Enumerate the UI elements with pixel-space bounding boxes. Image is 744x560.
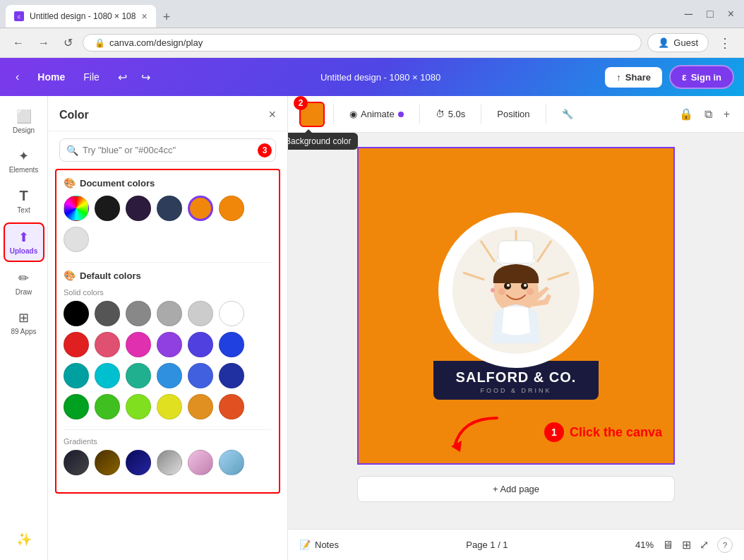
- background-color-tooltip: Background color: [288, 133, 358, 150]
- animate-icon: ◉: [349, 109, 357, 119]
- sidebar-item-magic[interactable]: ✨: [4, 526, 44, 553]
- color-panel-title: Color: [59, 109, 89, 121]
- animate-label: Animate: [361, 109, 395, 119]
- solid-swatch-6[interactable]: [219, 301, 244, 326]
- desktop-view-btn[interactable]: 🖥: [662, 539, 673, 552]
- solid-swatch-22[interactable]: [157, 394, 182, 419]
- address-input[interactable]: 🔒 canva.com/design/play: [83, 34, 642, 52]
- search-icon: 🔍: [66, 145, 78, 156]
- gradients-label: Gradients: [64, 437, 272, 446]
- active-tab[interactable]: c Untitled design - 1080 × 108 ×: [6, 5, 156, 28]
- gradient-swatch-3[interactable]: [126, 450, 151, 475]
- background-color-preview[interactable]: 2: [299, 102, 325, 127]
- color-search-input[interactable]: [59, 138, 276, 162]
- position-btn[interactable]: Position: [490, 105, 536, 124]
- gradient-swatch-1[interactable]: [64, 450, 89, 475]
- default-colors-title: 🎨 Default colors: [64, 270, 272, 281]
- notes-btn[interactable]: 📝 Notes: [299, 540, 339, 550]
- solid-swatch-24[interactable]: [219, 394, 244, 419]
- swatch-dark-blue[interactable]: [157, 196, 182, 221]
- solid-swatch-15[interactable]: [126, 363, 151, 388]
- sidebar-item-draw[interactable]: ✏ Draw: [4, 265, 44, 302]
- maximize-btn[interactable]: □: [702, 5, 718, 23]
- redo-btn[interactable]: ↪: [136, 66, 156, 88]
- undo-btn[interactable]: ↩: [112, 66, 133, 88]
- expand-btn[interactable]: ⤢: [700, 538, 709, 552]
- refresh-btn[interactable]: ↺: [59, 33, 77, 52]
- design-canvas[interactable]: SALFORD & CO. FOOD & DRINK 1 Click the c…: [357, 147, 675, 465]
- solid-swatch-5[interactable]: [188, 301, 213, 326]
- sidebar-item-elements[interactable]: ✦ Elements: [4, 143, 44, 179]
- lock-btn[interactable]: 🔒: [676, 105, 696, 124]
- swatch-light-grey[interactable]: [64, 227, 89, 252]
- swatch-black[interactable]: [95, 196, 120, 221]
- gradient-swatches: [64, 450, 272, 475]
- swatch-orange[interactable]: [219, 196, 244, 221]
- solid-swatch-23[interactable]: [188, 394, 213, 419]
- rainbow-swatch[interactable]: [64, 196, 89, 221]
- solid-swatch-10[interactable]: [157, 332, 182, 357]
- sidebar-label-draw: Draw: [16, 288, 32, 296]
- add-btn[interactable]: +: [721, 105, 733, 124]
- tab-close-btn[interactable]: ×: [141, 11, 147, 22]
- share-btn[interactable]: ↑ Share: [605, 67, 662, 88]
- browser-menu-btn[interactable]: ⋮: [714, 32, 736, 54]
- back-btn[interactable]: ←: [8, 34, 28, 52]
- solid-swatch-16[interactable]: [157, 363, 182, 388]
- solid-swatch-13[interactable]: [64, 363, 89, 388]
- solid-swatch-1[interactable]: [64, 301, 89, 326]
- canva-file-btn[interactable]: File: [78, 68, 105, 85]
- gradient-swatch-6[interactable]: [219, 450, 244, 475]
- solid-swatch-2[interactable]: [95, 301, 120, 326]
- new-tab-btn[interactable]: +: [157, 7, 176, 28]
- solid-swatch-21[interactable]: [126, 394, 151, 419]
- solid-swatch-3[interactable]: [126, 301, 151, 326]
- forward-btn[interactable]: →: [34, 34, 54, 52]
- sidebar-label-elements: Elements: [9, 166, 39, 174]
- sidebar-item-uploads[interactable]: ⬆ Uploads: [4, 222, 44, 262]
- guest-btn[interactable]: 👤 Guest: [647, 33, 709, 52]
- solid-swatch-20[interactable]: [95, 394, 120, 419]
- elements-icon: ✦: [18, 148, 29, 164]
- solid-swatch-14[interactable]: [95, 363, 120, 388]
- canva-back-btn[interactable]: ‹: [10, 68, 25, 86]
- browser-tabs: c Untitled design - 1080 × 108 × +: [6, 0, 176, 28]
- gradient-swatch-2[interactable]: [95, 450, 120, 475]
- canva-home-btn[interactable]: Home: [32, 68, 71, 85]
- solid-swatch-4[interactable]: [157, 301, 182, 326]
- sidebar-item-text[interactable]: T Text: [4, 182, 44, 220]
- grid-view-btn[interactable]: ⊞: [682, 538, 691, 552]
- gradient-swatch-5[interactable]: [188, 450, 213, 475]
- minimize-btn[interactable]: ─: [680, 5, 697, 23]
- annotation-badge-1: 1: [544, 422, 564, 442]
- document-icon: 🎨: [64, 177, 76, 189]
- solid-swatch-9[interactable]: [126, 332, 151, 357]
- svg-point-11: [507, 284, 510, 287]
- add-page-btn[interactable]: + Add page: [357, 476, 675, 502]
- timer-btn[interactable]: ⏱ 5.0s: [428, 105, 473, 124]
- color-panel-close-btn[interactable]: ×: [268, 107, 276, 122]
- solid-swatch-11[interactable]: [188, 332, 213, 357]
- annotation-arrow-1: [448, 411, 504, 456]
- solid-swatch-18[interactable]: [219, 363, 244, 388]
- gradient-swatch-4[interactable]: [157, 450, 182, 475]
- sidebar-item-apps[interactable]: ⊞ 89 Apps: [4, 304, 44, 341]
- sidebar-item-design[interactable]: ⬜ Design: [4, 103, 44, 140]
- swatch-dark-purple[interactable]: [126, 196, 151, 221]
- solid-swatch-7[interactable]: [64, 332, 89, 357]
- signin-btn[interactable]: ε Sign in: [669, 65, 734, 89]
- zoom-level: 41%: [635, 540, 654, 550]
- duplicate-btn[interactable]: ⧉: [702, 105, 715, 124]
- swatch-orange-outlined[interactable]: [188, 196, 213, 221]
- wrench-btn[interactable]: 🔧: [555, 105, 580, 124]
- solid-swatch-19[interactable]: [64, 394, 89, 419]
- animate-btn[interactable]: ◉ Animate: [342, 105, 411, 124]
- solid-swatch-8[interactable]: [95, 332, 120, 357]
- close-btn[interactable]: ×: [724, 5, 738, 23]
- solid-swatch-12[interactable]: [219, 332, 244, 357]
- section-divider-1: [64, 262, 272, 263]
- help-btn[interactable]: ?: [717, 537, 733, 553]
- default-colors-icon: 🎨: [64, 270, 76, 281]
- solid-swatch-17[interactable]: [188, 363, 213, 388]
- uploads-icon: ⬆: [18, 230, 29, 245]
